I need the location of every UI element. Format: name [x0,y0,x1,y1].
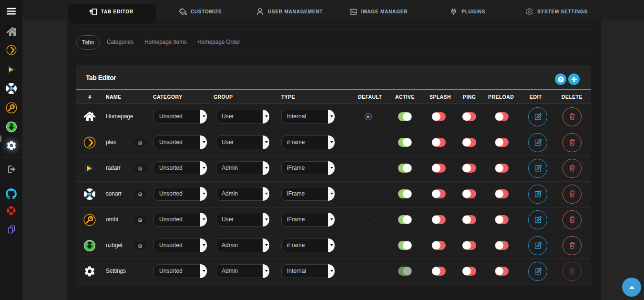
svg-text:?: ? [559,76,562,82]
